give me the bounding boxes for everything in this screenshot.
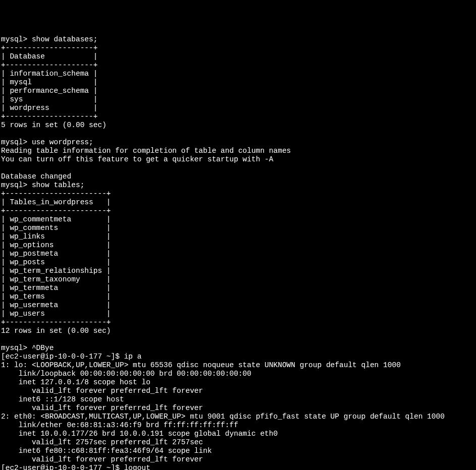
table-cell-open: | <box>1 52 6 61</box>
table-cell-open: | <box>1 198 6 206</box>
status-message: Database changed <box>1 172 71 181</box>
table-header-tables: Tables_in_wordpress <box>10 198 102 206</box>
table-border: +--------------------+ <box>1 112 97 121</box>
table-border: +-----------------------+ <box>1 190 111 198</box>
shell-prompt: [ec2-user@ip-10-0-0-177 ~]$ <box>1 352 120 361</box>
shell-prompt: [ec2-user@ip-10-0-0-177 ~]$ <box>1 464 120 470</box>
command-logout: logout <box>124 464 150 470</box>
table-border: +-----------------------+ <box>1 207 111 215</box>
table-cell-close: | <box>107 198 111 206</box>
ip-output-line: valid_lft forever preferred_lft forever <box>1 404 203 412</box>
ip-output-line: 1: lo: <LOOPBACK,UP,LOWER_UP> mtu 65536 … <box>1 361 401 369</box>
command-ip-a: ip a <box>124 352 142 361</box>
ip-output-line: valid_lft forever preferred_lft forever <box>1 455 203 463</box>
command-use-wordpress: use wordpress; <box>32 138 93 146</box>
ip-output-line: valid_lft 2757sec preferred_lft 2757sec <box>1 438 203 446</box>
ip-output-line: inet 127.0.0.1/8 scope host lo <box>1 378 150 386</box>
table-border: +--------------------+ <box>1 44 97 52</box>
mysql-prompt: mysql> <box>1 181 27 189</box>
info-message: Reading table information for completion… <box>1 147 291 155</box>
ip-output-line: link/loopback 00:00:00:00:00:00 brd 00:0… <box>1 370 251 378</box>
command-show-databases: show databases; <box>32 35 98 43</box>
ip-output-line: inet6 ::1/128 scope host <box>1 395 124 403</box>
ip-output-line: inet6 fe80::c68:81ff:fea3:46f9/64 scope … <box>1 447 212 455</box>
ip-output-line: link/ether 0e:68:81:a3:46:f9 brd ff:ff:f… <box>1 421 238 429</box>
ip-output-line: valid_lft forever preferred_lft forever <box>1 387 203 395</box>
mysql-prompt: mysql> <box>1 344 27 352</box>
table-header-database: Database <box>10 52 89 61</box>
command-show-tables: show tables; <box>32 181 84 189</box>
info-message: You can turn off this feature to get a q… <box>1 155 274 163</box>
ip-output-line: inet 10.0.0.177/26 brd 10.0.0.191 scope … <box>1 430 278 438</box>
exit-sequence: ^DBye <box>32 344 54 352</box>
table-border: +-----------------------+ <box>1 318 111 326</box>
table-border: +--------------------+ <box>1 61 97 69</box>
result-summary: 12 rows in set (0.00 sec) <box>1 327 111 335</box>
table-cell-close: | <box>93 52 98 61</box>
result-summary: 5 rows in set (0.00 sec) <box>1 121 107 129</box>
terminal-output[interactable]: mysql> show databases; +----------------… <box>1 35 475 470</box>
ip-output-line: 2: eth0: <BROADCAST,MULTICAST,UP,LOWER_U… <box>1 413 445 421</box>
mysql-prompt: mysql> <box>1 35 27 43</box>
mysql-prompt: mysql> <box>1 138 27 146</box>
